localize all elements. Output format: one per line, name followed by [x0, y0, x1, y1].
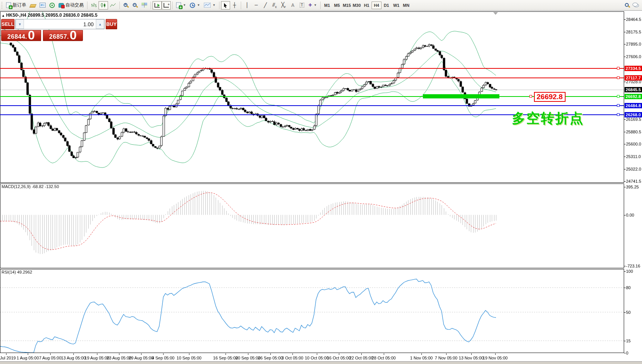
time-tick-label[interactable]: 28 Oct 05:00 [372, 356, 396, 360]
fibonacci-button[interactable]: ╳F [279, 1, 288, 9]
line-handle[interactable] [617, 104, 620, 107]
time-tick-label[interactable]: 7 Nov 05:00 [435, 356, 457, 360]
time-tick-label[interactable]: 22 Oct 05:00 [350, 356, 373, 360]
time-tick-label[interactable]: 26 Sep 05:00 [258, 356, 283, 360]
time-tick-mark [361, 353, 362, 355]
time-tick-label[interactable]: 1 Nov 05:00 [410, 356, 432, 360]
resistance-line[interactable] [0, 68, 624, 69]
new-order-button[interactable]: + 新订单 [4, 1, 28, 9]
price-tick-label: 27606.0 [626, 54, 642, 59]
auto-scroll-button[interactable] [153, 1, 162, 9]
text-button[interactable]: A [288, 1, 297, 9]
text-icon: A [291, 3, 294, 8]
timeframe-d1[interactable]: D1 [381, 2, 391, 9]
time-tick-label[interactable]: 19 Aug 05:00 [85, 356, 110, 360]
time-tick-label[interactable]: 13 Nov 05:00 [459, 356, 483, 360]
time-tick-label[interactable]: 10 Sep 05:00 [176, 356, 201, 360]
time-tick-label[interactable]: 3 Oct 05:00 [282, 356, 304, 360]
volume-increase-button[interactable]: ▲ [96, 19, 104, 29]
line-handle[interactable] [617, 67, 620, 70]
auto-trading-label: 自动交易 [65, 2, 84, 8]
search-icon [625, 3, 629, 7]
time-tick-label[interactable]: 19 Nov 05:00 [483, 356, 507, 360]
line-handle[interactable] [617, 113, 620, 116]
crosshair-button[interactable]: ┼ [230, 1, 239, 9]
price-label-handle[interactable] [529, 95, 532, 98]
timeframe-m1[interactable]: M1 [322, 2, 332, 9]
timeframe-m5[interactable]: M5 [332, 2, 342, 9]
toolbar-separator [241, 2, 241, 9]
resistance-line[interactable] [0, 78, 624, 78]
tile-windows-button[interactable] [140, 1, 149, 9]
line-handle[interactable] [617, 76, 620, 79]
tile-windows-icon [141, 3, 147, 8]
auto-trading-button[interactable]: 自动交易 [57, 1, 86, 9]
line-handle[interactable] [617, 95, 620, 98]
time-tick-label[interactable]: 6 Jul 2019 [0, 356, 16, 360]
eraser-button[interactable] [28, 1, 38, 9]
price-tick-label: 25600.0 [626, 142, 642, 146]
periods-button[interactable]: ▼ [188, 1, 202, 9]
toolbar-drag-handle[interactable] [2, 2, 3, 9]
horizontal-line-button[interactable]: ─ [252, 1, 261, 9]
chart-profile-button[interactable] [38, 1, 48, 9]
timeframe-m15[interactable]: M15 [342, 2, 352, 9]
cursor-icon [223, 3, 228, 8]
eraser-icon [29, 4, 37, 8]
time-tick-label[interactable]: 20 Sep 05:00 [235, 356, 260, 360]
chat-button[interactable] [632, 1, 641, 9]
price-tick-mark [624, 132, 626, 132]
sell-price-main: 26844 [7, 33, 25, 40]
time-tick-label[interactable]: 29 Aug 05:00 [129, 356, 154, 360]
templates-icon [204, 3, 211, 8]
buy-price[interactable]: 26857.0 [43, 30, 83, 41]
line-chart-button[interactable] [108, 1, 118, 9]
timeframe-m30[interactable]: M30 [352, 2, 362, 9]
time-tick-label[interactable]: 4 Sep 05:00 [152, 356, 174, 360]
time-tick-label[interactable]: 7 Aug 05:00 [39, 356, 62, 360]
chart-annotation-text[interactable]: 多空转折点 [512, 109, 584, 127]
indicators-button[interactable]: +▼ [174, 1, 188, 9]
toolbar-separator [119, 2, 120, 9]
text-label-button[interactable]: T [297, 1, 307, 9]
bar-chart-button[interactable] [89, 1, 99, 9]
arrows-button[interactable]: ✚▼ [307, 1, 319, 9]
search-button[interactable] [623, 1, 632, 9]
chart-canvas[interactable] [0, 0, 642, 364]
timeframe-h1[interactable]: H1 [362, 2, 372, 9]
templates-button[interactable]: ▼ [202, 1, 218, 9]
volume-decrease-button[interactable]: ▼ [16, 19, 24, 29]
sell-price[interactable]: 26844.0 [1, 30, 41, 41]
bar-chart-icon [91, 3, 97, 8]
toolbar-separator [172, 2, 173, 9]
time-tick-label[interactable]: 13 Aug 05:00 [61, 356, 86, 360]
time-tick-label[interactable]: 16 Sep 05:00 [213, 356, 238, 360]
vertical-line-button[interactable]: │ [243, 1, 252, 9]
broadcast-button[interactable] [48, 1, 57, 9]
vertical-line-icon: │ [246, 2, 249, 8]
timeframe-w1[interactable]: W1 [391, 2, 401, 9]
price-tick-mark [624, 82, 626, 82]
support-line[interactable] [0, 105, 624, 106]
volume-input[interactable] [24, 19, 96, 29]
candlestick-chart-button[interactable] [99, 1, 108, 9]
equidistant-channel-button[interactable]: ⫻E [270, 1, 279, 9]
trend-line-button[interactable]: ╱ [261, 1, 270, 9]
time-tick-label[interactable]: 16 Oct 05:00 [327, 356, 351, 360]
time-tick-label[interactable]: 1 Aug 05:00 [17, 356, 39, 360]
sell-button[interactable]: SELL [1, 19, 14, 29]
pivot-price-label[interactable]: 26692.8 [534, 92, 566, 102]
timeframe-mn[interactable]: MN [401, 2, 411, 9]
time-tick-label[interactable]: 23 Aug 05:00 [107, 356, 132, 360]
toolbar-separator [320, 2, 321, 9]
chart-shift-button[interactable]: + [162, 1, 171, 9]
zoom-in-button[interactable]: + [121, 1, 130, 9]
time-tick-label[interactable]: 10 Oct 05:00 [305, 356, 329, 360]
zoom-out-button[interactable]: − [130, 1, 140, 9]
chart-shift-marker-icon[interactable] [493, 12, 498, 15]
buy-button[interactable]: BUY [106, 19, 117, 29]
pivot-zone-highlight[interactable] [423, 94, 499, 98]
cursor-button[interactable] [221, 1, 230, 9]
timeframe-h4[interactable]: H4 [372, 2, 381, 9]
price-tick-mark [624, 19, 626, 20]
